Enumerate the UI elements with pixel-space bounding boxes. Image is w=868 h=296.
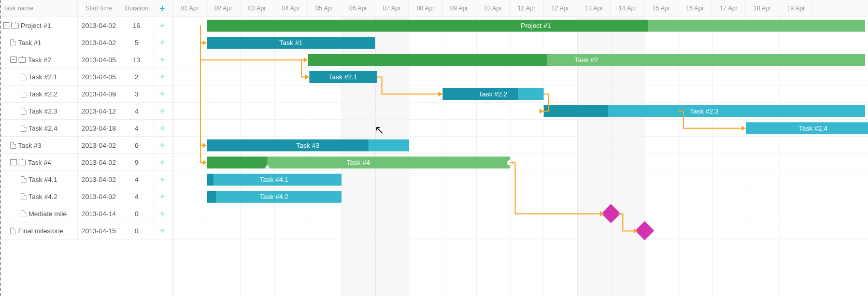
add-task-button[interactable]: + <box>153 34 171 51</box>
timeline-day-header[interactable]: 03 Apr <box>240 0 274 17</box>
milestone-marker[interactable] <box>635 221 654 241</box>
task-duration-cell[interactable]: 4 <box>120 171 153 188</box>
tree-toggle-icon[interactable]: − <box>10 159 17 165</box>
task-bar[interactable]: Task #2.2 <box>443 88 544 100</box>
task-bar[interactable]: Task #3 <box>207 139 409 151</box>
milestone-marker[interactable] <box>602 204 621 223</box>
timeline-day-header[interactable]: 07 Apr <box>375 0 409 17</box>
add-column-button[interactable]: + <box>153 0 171 17</box>
task-duration-cell[interactable]: 16 <box>120 17 153 34</box>
timeline-day-header[interactable]: 06 Apr <box>341 0 375 17</box>
task-start-cell[interactable]: 2013-04-05 <box>78 68 120 85</box>
project-bar[interactable]: Task #2 <box>308 54 865 66</box>
timeline-row[interactable]: Task #1 <box>173 34 868 51</box>
task-start-cell[interactable]: 2013-04-14 <box>78 205 120 222</box>
task-start-cell[interactable]: 2013-04-02 <box>78 17 120 34</box>
add-task-button[interactable]: + <box>153 120 171 136</box>
timeline-row[interactable]: Task #2.2 <box>173 86 868 103</box>
add-task-button[interactable]: + <box>153 103 171 119</box>
task-start-cell[interactable]: 2013-04-12 <box>78 103 120 119</box>
timeline-row[interactable]: Project #1 <box>173 17 868 34</box>
add-task-button[interactable]: + <box>153 171 171 188</box>
task-start-cell[interactable]: 2013-04-15 <box>78 222 120 239</box>
task-duration-cell[interactable]: 4 <box>120 188 153 205</box>
task-bar[interactable]: Task #2.4 <box>746 122 868 134</box>
timeline-day-header[interactable]: 04 Apr <box>274 0 308 17</box>
col-header-start[interactable]: Start time <box>78 0 120 17</box>
timeline-day-header[interactable]: 09 Apr <box>443 0 476 17</box>
task-bar[interactable]: Task #2.3 <box>544 105 865 117</box>
add-task-button[interactable]: + <box>153 17 171 34</box>
tree-toggle-icon[interactable]: − <box>10 57 17 63</box>
task-row[interactable]: Task #2.12013-04-052+ <box>0 68 173 86</box>
task-row[interactable]: Task #4.22013-04-024+ <box>0 188 173 205</box>
task-bar[interactable]: Task #4.2 <box>207 191 341 203</box>
progress-drag-handle[interactable] <box>264 164 271 169</box>
timeline-day-header[interactable]: 15 Apr <box>645 0 678 17</box>
task-duration-cell[interactable]: 5 <box>120 34 153 51</box>
timeline-day-header[interactable]: 18 Apr <box>746 0 779 17</box>
task-bar[interactable]: Task #1 <box>207 37 375 49</box>
timeline-row[interactable]: Task #4.1 <box>173 171 868 188</box>
timeline-row[interactable]: Task #4 <box>173 154 868 171</box>
timeline-day-header[interactable]: 08 Apr <box>409 0 443 17</box>
project-bar[interactable]: Task #4 <box>207 157 510 168</box>
timeline-day-header[interactable]: 19 Apr <box>779 0 813 17</box>
task-row[interactable]: −Task #42013-04-029+ <box>0 154 173 171</box>
task-duration-cell[interactable]: 9 <box>120 154 153 171</box>
task-row[interactable]: Task #32013-04-026+ <box>0 137 173 154</box>
timeline-area[interactable]: 01 Apr02 Apr03 Apr04 Apr05 Apr06 Apr07 A… <box>173 0 868 296</box>
add-task-button[interactable]: + <box>153 68 171 85</box>
task-start-cell[interactable]: 2013-04-02 <box>78 34 120 51</box>
task-duration-cell[interactable]: 0 <box>120 205 153 222</box>
add-task-button[interactable]: + <box>153 205 171 222</box>
task-start-cell[interactable]: 2013-04-05 <box>78 51 120 68</box>
timeline-row[interactable]: Task #2 <box>173 51 868 68</box>
task-row[interactable]: Task #2.32013-04-124+ <box>0 103 173 120</box>
task-start-cell[interactable]: 2013-04-02 <box>78 154 120 171</box>
task-duration-cell[interactable]: 3 <box>120 86 153 102</box>
timeline-row[interactable]: Task #2.4 <box>173 120 868 137</box>
task-row[interactable]: Task #2.22013-04-093+ <box>0 86 173 103</box>
add-task-button[interactable]: + <box>153 86 171 102</box>
task-row[interactable]: −Project #12013-04-0216+ <box>0 17 173 34</box>
task-start-cell[interactable]: 2013-04-02 <box>78 171 120 188</box>
add-task-button[interactable]: + <box>153 154 171 171</box>
timeline-row[interactable]: Task #4.2 <box>173 188 868 205</box>
timeline-day-header[interactable]: 14 Apr <box>611 0 645 17</box>
task-bar[interactable]: Task #2.1 <box>309 71 377 83</box>
tree-toggle-icon[interactable]: − <box>3 22 9 29</box>
task-row[interactable]: Task #2.42013-04-184+ <box>0 120 173 137</box>
grid-resize-handle[interactable] <box>0 0 1 296</box>
task-duration-cell[interactable]: 4 <box>120 120 153 136</box>
project-bar[interactable]: Project #1 <box>207 20 865 32</box>
timeline-row[interactable] <box>173 205 868 222</box>
task-row[interactable]: −Task #22013-04-0513+ <box>0 51 173 68</box>
timeline-row[interactable]: Task #2.3 <box>173 103 868 120</box>
timeline-row[interactable]: Task #3 <box>173 137 868 154</box>
timeline-day-header[interactable]: 01 Apr <box>173 0 207 17</box>
timeline-day-header[interactable]: 12 Apr <box>544 0 577 17</box>
task-start-cell[interactable]: 2013-04-02 <box>78 137 120 153</box>
timeline-day-header[interactable]: 05 Apr <box>308 0 341 17</box>
timeline-row[interactable]: Task #2.1 <box>173 68 868 86</box>
timeline-day-header[interactable]: 13 Apr <box>577 0 611 17</box>
task-duration-cell[interactable]: 2 <box>120 68 153 85</box>
timeline-row[interactable] <box>173 222 868 239</box>
timeline-day-header[interactable]: 17 Apr <box>712 0 746 17</box>
timeline-day-header[interactable]: 10 Apr <box>476 0 510 17</box>
task-duration-cell[interactable]: 4 <box>120 103 153 119</box>
task-start-cell[interactable]: 2013-04-09 <box>78 86 120 102</box>
timeline-day-header[interactable]: 11 Apr <box>510 0 544 17</box>
add-task-button[interactable]: + <box>153 188 171 205</box>
task-start-cell[interactable]: 2013-04-18 <box>78 120 120 136</box>
task-row[interactable]: Mediate mile2013-04-140+ <box>0 205 173 222</box>
timeline-day-header[interactable]: 02 Apr <box>207 0 240 17</box>
task-start-cell[interactable]: 2013-04-02 <box>78 188 120 205</box>
task-duration-cell[interactable]: 13 <box>120 51 153 68</box>
task-row[interactable]: Task #12013-04-025+ <box>0 34 173 51</box>
task-duration-cell[interactable]: 0 <box>120 222 153 239</box>
task-row[interactable]: Task #4.12013-04-024+ <box>0 171 173 188</box>
task-duration-cell[interactable]: 6 <box>120 137 153 153</box>
task-bar[interactable]: Task #4.1 <box>207 174 341 186</box>
